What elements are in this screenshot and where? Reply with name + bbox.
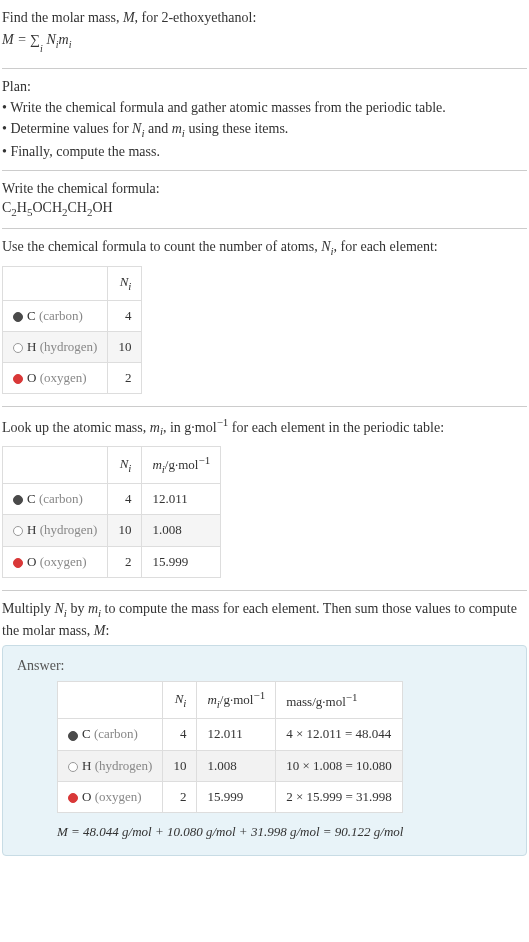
carbon-swatch-icon <box>68 731 78 741</box>
table-header-row: Ni <box>3 266 142 300</box>
element-name: (oxygen) <box>95 789 142 804</box>
intro-section: Find the molar mass, M, for 2-ethoxyetha… <box>2 8 527 56</box>
header-Ni: Ni <box>108 446 142 483</box>
element-symbol: C <box>82 726 91 741</box>
element-name: (oxygen) <box>40 554 87 569</box>
element-symbol: O <box>27 554 36 569</box>
hydrogen-swatch-icon <box>13 343 23 353</box>
mass-value: 1.008 <box>142 515 221 546</box>
element-name: (carbon) <box>94 726 138 741</box>
element-name: (hydrogen) <box>40 522 98 537</box>
answer-table: Ni mi/g·mol−1 mass/g·mol−1 C (carbon) 4 … <box>57 681 403 813</box>
final-M: M <box>57 824 68 839</box>
element-name: (oxygen) <box>40 370 87 385</box>
element-symbol: H <box>82 758 91 773</box>
element-symbol: O <box>27 370 36 385</box>
header-mi: mi/g·mol−1 <box>142 446 221 483</box>
mass-m: m <box>150 420 160 435</box>
count-value: 2 <box>108 546 142 577</box>
element-cell: H (hydrogen) <box>58 750 163 781</box>
mult-m: m <box>88 601 98 616</box>
divider <box>2 590 527 591</box>
chem-part: OH <box>92 200 112 215</box>
table-row: H (hydrogen) 10 1.008 <box>3 515 221 546</box>
mass-table: Ni mi/g·mol−1 C (carbon) 4 12.011 H (hyd… <box>2 446 221 578</box>
mass-text: for each element in the periodic table: <box>228 420 444 435</box>
chem-part: OCH <box>32 200 62 215</box>
count-value: 10 <box>163 750 197 781</box>
intro-text-b: , for 2-ethoxyethanol: <box>135 10 257 25</box>
plan-item: • Write the chemical formula and gather … <box>2 98 527 118</box>
mass-exp: −1 <box>217 416 229 428</box>
final-eq: = 48.044 g/mol + 10.080 g/mol + 31.998 g… <box>68 824 404 839</box>
formula-m: m <box>59 32 69 47</box>
oxygen-swatch-icon <box>68 793 78 803</box>
header-Ni: Ni <box>108 266 142 300</box>
count-value: 4 <box>108 300 142 331</box>
chem-part: H <box>17 200 27 215</box>
plan-list: • Write the chemical formula and gather … <box>2 98 527 161</box>
table-row: O (oxygen) 2 15.999 2 × 15.999 = 31.998 <box>58 781 403 812</box>
divider <box>2 406 527 407</box>
mass-text: Look up the atomic mass, <box>2 420 150 435</box>
table-row: O (oxygen) 2 <box>3 362 142 393</box>
answer-title: Answer: <box>17 656 512 676</box>
table-row: H (hydrogen) 10 <box>3 331 142 362</box>
table-row: O (oxygen) 2 15.999 <box>3 546 221 577</box>
intro-text-a: Find the molar mass, <box>2 10 123 25</box>
count-N: N <box>321 239 330 254</box>
empty-header <box>58 682 163 719</box>
table-header-row: Ni mi/g·mol−1 <box>3 446 221 483</box>
count-table: Ni C (carbon) 4 H (hydrogen) 10 O (oxyge… <box>2 266 142 395</box>
element-cell: H (hydrogen) <box>3 331 108 362</box>
mass-value: 12.011 <box>197 719 276 750</box>
mass-value: 1.008 <box>197 750 276 781</box>
formula-N: N <box>46 32 55 47</box>
plan-section: Plan: • Write the chemical formula and g… <box>2 77 527 162</box>
element-cell: C (carbon) <box>3 484 108 515</box>
divider <box>2 228 527 229</box>
mult-M: M <box>94 623 106 638</box>
element-symbol: H <box>27 339 36 354</box>
count-section: Use the chemical formula to count the nu… <box>2 237 527 394</box>
element-symbol: C <box>27 491 36 506</box>
mult-text: : <box>105 623 109 638</box>
count-value: 10 <box>108 515 142 546</box>
count-text: Use the chemical formula to count the nu… <box>2 239 321 254</box>
table-header-row: Ni mi/g·mol−1 mass/g·mol−1 <box>58 682 403 719</box>
calc-value: 10 × 1.008 = 10.080 <box>276 750 403 781</box>
count-value: 10 <box>108 331 142 362</box>
final-molar-mass: M = 48.044 g/mol + 10.080 g/mol + 31.998… <box>57 823 512 841</box>
plan-text: and <box>144 121 171 136</box>
molar-formula: M = ∑i Nimi <box>2 30 527 56</box>
element-symbol: C <box>27 308 36 323</box>
plan-text: • Determine values for <box>2 121 132 136</box>
count-value: 4 <box>108 484 142 515</box>
table-row: C (carbon) 4 12.011 <box>3 484 221 515</box>
multiply-text: Multiply Ni by mi to compute the mass fo… <box>2 599 527 641</box>
element-cell: C (carbon) <box>58 719 163 750</box>
element-symbol: H <box>27 522 36 537</box>
element-cell: O (oxygen) <box>3 546 108 577</box>
element-name: (carbon) <box>39 308 83 323</box>
empty-header <box>3 446 108 483</box>
answer-box: Answer: Ni mi/g·mol−1 mass/g·mol−1 C (ca… <box>2 645 527 857</box>
carbon-swatch-icon <box>13 495 23 505</box>
mult-text: by <box>67 601 88 616</box>
multiply-section: Multiply Ni by mi to compute the mass fo… <box>2 599 527 641</box>
element-symbol: O <box>82 789 91 804</box>
element-name: (hydrogen) <box>95 758 153 773</box>
hydrogen-swatch-icon <box>68 762 78 772</box>
table-row: H (hydrogen) 10 1.008 10 × 1.008 = 10.08… <box>58 750 403 781</box>
hydrogen-swatch-icon <box>13 526 23 536</box>
plan-item: • Determine values for Ni and mi using t… <box>2 119 527 141</box>
plan-text: using these items. <box>185 121 288 136</box>
divider <box>2 170 527 171</box>
plan-title: Plan: <box>2 77 527 97</box>
table-row: C (carbon) 4 12.011 4 × 12.011 = 48.044 <box>58 719 403 750</box>
formula-sum: M = ∑ <box>2 32 40 47</box>
header-mi: mi/g·mol−1 <box>197 682 276 719</box>
header-mass: mass/g·mol−1 <box>276 682 403 719</box>
table-row: C (carbon) 4 <box>3 300 142 331</box>
mass-value: 15.999 <box>197 781 276 812</box>
